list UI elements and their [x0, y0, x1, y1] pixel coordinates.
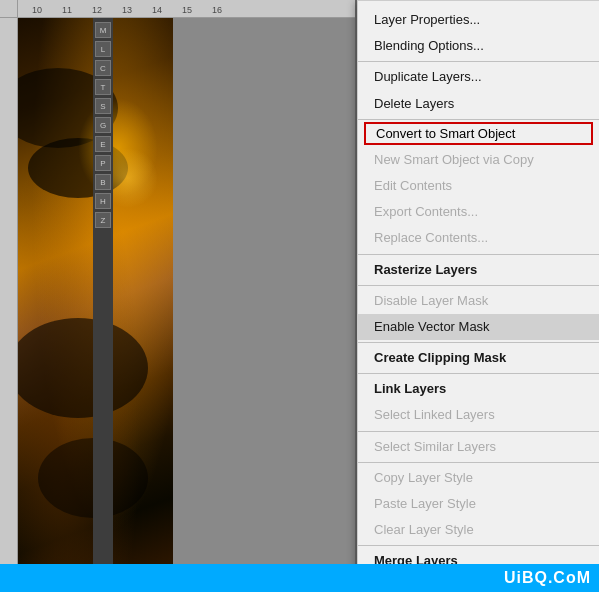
menu-blending-options[interactable]: Blending Options...	[358, 33, 599, 59]
separator	[358, 285, 599, 286]
menu-create-clipping[interactable]: Create Clipping Mask	[358, 345, 599, 371]
menu-rasterize-layers[interactable]: Rasterize Layers	[358, 257, 599, 283]
menu-duplicate-layers[interactable]: Duplicate Layers...	[358, 64, 599, 90]
ruler-mark: 12	[82, 5, 112, 15]
separator	[358, 254, 599, 255]
menu-export-contents[interactable]: Export Contents...	[358, 199, 599, 225]
ruler-mark: 10	[22, 5, 52, 15]
ruler-mark: 16	[202, 5, 232, 15]
menu-replace-contents[interactable]: Replace Contents...	[358, 225, 599, 251]
tool-gradient[interactable]: G	[95, 117, 111, 133]
menu-delete-layers[interactable]: Delete Layers	[358, 91, 599, 117]
tool-hand[interactable]: H	[95, 193, 111, 209]
tool-zoom[interactable]: Z	[95, 212, 111, 228]
separator	[358, 342, 599, 343]
menu-edit-contents[interactable]: Edit Contents	[358, 173, 599, 199]
context-menu: Layer Properties... Blending Options... …	[357, 0, 599, 592]
menu-link-layers[interactable]: Link Layers	[358, 376, 599, 402]
tool-crop[interactable]: C	[95, 60, 111, 76]
menu-convert-smart-object[interactable]: Convert to Smart Object	[364, 122, 593, 145]
separator	[358, 462, 599, 463]
separator	[358, 61, 599, 62]
separator	[358, 431, 599, 432]
menu-enable-vector-mask[interactable]: Enable Vector Mask	[358, 314, 599, 340]
logo-text: UiBQ.CoM	[504, 569, 591, 587]
menu-disable-layer-mask[interactable]: Disable Layer Mask	[358, 288, 599, 314]
tool-lasso[interactable]: L	[95, 41, 111, 57]
ruler-mark: 11	[52, 5, 82, 15]
ruler-mark: 14	[142, 5, 172, 15]
tool-move[interactable]: M	[95, 22, 111, 38]
menu-paste-layer-style[interactable]: Paste Layer Style	[358, 491, 599, 517]
separator	[358, 545, 599, 546]
tool-eraser[interactable]: E	[95, 136, 111, 152]
tool-brush[interactable]: B	[95, 174, 111, 190]
separator	[358, 373, 599, 374]
toolbar-strip: M L C T S G E P B H Z	[93, 18, 113, 592]
tool-pen[interactable]: P	[95, 155, 111, 171]
tool-shape[interactable]: S	[95, 98, 111, 114]
menu-clear-layer-style[interactable]: Clear Layer Style	[358, 517, 599, 543]
separator	[358, 119, 599, 120]
ruler-top: 10 11 12 13 14 15 16	[0, 0, 355, 18]
ruler-mark: 15	[172, 5, 202, 15]
menu-new-smart-copy[interactable]: New Smart Object via Copy	[358, 147, 599, 173]
ruler-mark: 13	[112, 5, 142, 15]
menu-select-linked[interactable]: Select Linked Layers	[358, 402, 599, 428]
tool-type[interactable]: T	[95, 79, 111, 95]
document-canvas	[173, 18, 355, 592]
bottom-bar: UiBQ.CoM	[0, 564, 599, 592]
menu-select-similar[interactable]: Select Similar Layers	[358, 434, 599, 460]
menu-layer-properties[interactable]: Layer Properties...	[358, 7, 599, 33]
canvas-area: 10 11 12 13 14 15 16 M L C T S G E P	[0, 0, 355, 592]
menu-copy-layer-style[interactable]: Copy Layer Style	[358, 465, 599, 491]
ruler-left	[0, 18, 18, 592]
